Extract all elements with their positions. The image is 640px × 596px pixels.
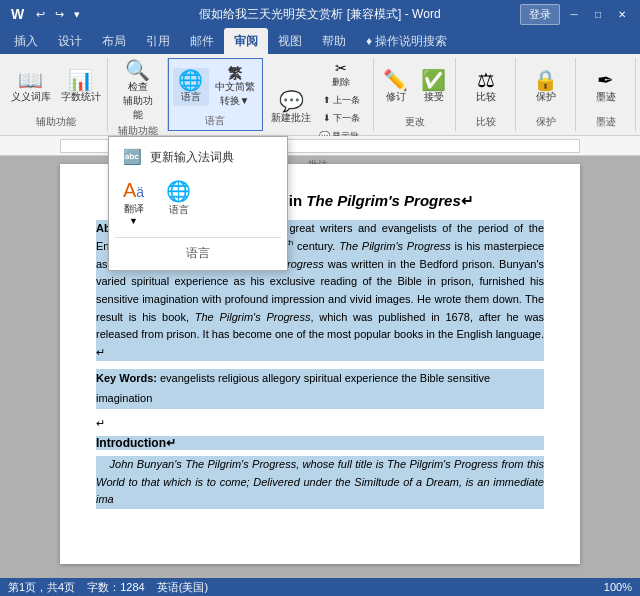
accept-button[interactable]: ✅ 接受 xyxy=(416,68,452,106)
protect-label: 保护 xyxy=(536,90,556,104)
thesaurus-label: 义义词库 xyxy=(11,90,51,104)
tab-search[interactable]: ♦ 操作说明搜索 xyxy=(356,28,457,54)
delete-comment-button[interactable]: ✂ 删除 xyxy=(316,58,367,91)
group-proofing-label: 辅助功能 xyxy=(36,115,76,131)
track-changes-label: 修订 xyxy=(386,90,406,104)
document-area[interactable]: Literary analysis in The Pilgrim's Progr… xyxy=(0,156,640,578)
introduction-heading: Introduction↵ xyxy=(96,436,544,450)
language-icon: 🌐 xyxy=(178,70,203,90)
group-compare: ⚖ 比较 比较 xyxy=(456,58,516,131)
keywords-end: ↵ xyxy=(96,417,544,430)
check-accessibility-button[interactable]: 🔍 检查辅助功能 xyxy=(114,58,161,124)
group-tracking-label: 更改 xyxy=(405,115,425,131)
protect-button[interactable]: 🔒 保护 xyxy=(528,68,564,106)
check-accessibility-icon: 🔍 xyxy=(125,60,150,80)
accept-label: 接受 xyxy=(424,90,444,104)
pilgrims-progress-3: The Pilgrim's Progress xyxy=(195,311,311,323)
group-compare-buttons: ⚖ 比较 xyxy=(468,58,504,115)
language-label: 语言 xyxy=(181,90,201,104)
protect-icon: 🔒 xyxy=(533,70,558,90)
login-button[interactable]: 登录 xyxy=(520,4,560,25)
ink-label: 墨迹 xyxy=(596,90,616,104)
tab-review[interactable]: 审阅 xyxy=(224,28,268,54)
translate-dropdown-arrow: ▼ xyxy=(129,216,138,226)
title-arrow: ↵ xyxy=(461,192,474,209)
status-right: 100% xyxy=(604,581,632,593)
title-bar-left: W ↩ ↪ ▾ xyxy=(8,5,83,23)
title-bar: W ↩ ↪ ▾ 假如给我三天光明英文赏析 [兼容模式] - Word 登录 ─ … xyxy=(0,0,640,28)
new-comment-label: 新建批注 xyxy=(271,111,311,125)
redo-button[interactable]: ↪ xyxy=(52,6,67,23)
tab-layout[interactable]: 布局 xyxy=(92,28,136,54)
group-ink: ✒ 墨迹 墨迹 xyxy=(576,58,636,131)
group-language-buttons: 🌐 语言 繁 中文简繁转换▼ xyxy=(173,59,259,114)
status-bar: 第1页，共4页 字数：1284 英语(美国) 100% xyxy=(0,578,640,596)
maximize-button[interactable]: □ xyxy=(588,6,608,22)
group-language: 🌐 语言 繁 中文简繁转换▼ 语言 xyxy=(168,58,262,131)
group-proofing: 📖 义义词库 📊 字数统计 辅助功能 xyxy=(4,58,108,131)
delete-comment-label: 删除 xyxy=(332,76,350,89)
group-accessibility-buttons: 🔍 检查辅助功能 xyxy=(114,58,161,124)
language-dropdown: 🔤 更新输入法词典 Aä 翻译 ▼ 🌐 语言 语言 xyxy=(108,136,288,271)
group-accessibility: 🔍 检查辅助功能 辅助功能 xyxy=(108,58,168,131)
language-menu-label: 语言 xyxy=(169,203,189,217)
check-accessibility-label: 检查辅助功能 xyxy=(118,80,157,122)
tab-references[interactable]: 引用 xyxy=(136,28,180,54)
translate-button[interactable]: Aä 翻译 ▼ xyxy=(115,175,152,230)
undo-button[interactable]: ↩ xyxy=(33,6,48,23)
ribbon-tabs: 插入 设计 布局 引用 邮件 审阅 视图 帮助 ♦ 操作说明搜索 xyxy=(0,28,640,54)
group-protect-buttons: 🔒 保护 xyxy=(528,58,564,115)
group-comments: 💬 新建批注 ✂ 删除 ⬆ 上一条 ⬇ 下一条 💬 显示批注 批注 xyxy=(263,58,374,131)
tab-design[interactable]: 设计 xyxy=(48,28,92,54)
group-tracking: ✏️ 修订 ✅ 接受 更改 xyxy=(374,58,456,131)
compare-button[interactable]: ⚖ 比较 xyxy=(468,68,504,106)
dropdown-section-language: 语言 xyxy=(115,241,281,264)
word-count-button[interactable]: 📊 字数统计 xyxy=(57,68,105,106)
ribbon: 📖 义义词库 📊 字数统计 辅助功能 🔍 检查辅助功能 辅助功能 🌐 语言 xyxy=(0,54,640,136)
title-text-italic: The Pilgrim's Progres xyxy=(306,192,460,209)
language-button[interactable]: 🌐 语言 xyxy=(173,68,209,106)
word-logo-icon: W xyxy=(8,5,27,23)
prev-comment-button[interactable]: ⬆ 上一条 xyxy=(316,92,367,109)
pilgrims-progress-1: The Pilgrim's Progress xyxy=(339,240,451,252)
update-ime-item[interactable]: 🔤 更新输入法词典 xyxy=(115,143,281,171)
intro-pilgrims-2: The Pilgrim's Progress from this World t… xyxy=(96,458,544,488)
translate-label: 翻译 xyxy=(124,202,144,216)
document-title: 假如给我三天光明英文赏析 [兼容模式] - Word xyxy=(199,6,440,23)
language-status: 英语(美国) xyxy=(157,580,208,595)
translate-language-row: Aä 翻译 ▼ 🌐 语言 xyxy=(115,171,281,234)
keywords-paragraph: Key Words: evangelists religious allegor… xyxy=(96,369,544,409)
quick-access-toolbar: ↩ ↪ ▾ xyxy=(33,6,83,23)
new-comment-icon: 💬 xyxy=(279,91,304,111)
thesaurus-button[interactable]: 📖 义义词库 xyxy=(7,68,55,106)
group-protect-label: 保护 xyxy=(536,115,556,131)
ink-button[interactable]: ✒ 墨迹 xyxy=(588,68,624,106)
page-status: 第1页，共4页 xyxy=(8,580,75,595)
introduction-paragraph: John Bunyan's The Pilgrim's Progress, wh… xyxy=(96,456,544,509)
title-bar-right: 登录 ─ □ ✕ xyxy=(520,4,632,25)
language-menu-icon: 🌐 xyxy=(166,179,191,203)
status-left: 第1页，共4页 字数：1284 英语(美国) xyxy=(8,580,208,595)
dropdown-divider xyxy=(115,237,281,238)
close-button[interactable]: ✕ xyxy=(612,6,632,22)
language-menu-button[interactable]: 🌐 语言 xyxy=(158,175,199,230)
next-comment-button[interactable]: ⬇ 下一条 xyxy=(316,110,367,127)
update-ime-label: 更新输入法词典 xyxy=(150,149,234,166)
compare-label: 比较 xyxy=(476,90,496,104)
tab-insert[interactable]: 插入 xyxy=(4,28,48,54)
update-ime-icon: 🔤 xyxy=(123,148,142,166)
tab-help[interactable]: 帮助 xyxy=(312,28,356,54)
tab-mailings[interactable]: 邮件 xyxy=(180,28,224,54)
chinese-convert-icon: 繁 xyxy=(228,66,242,80)
group-tracking-buttons: ✏️ 修订 ✅ 接受 xyxy=(378,58,452,115)
quick-access-dropdown[interactable]: ▾ xyxy=(71,6,83,23)
track-changes-button[interactable]: ✏️ 修订 xyxy=(378,68,414,106)
chinese-convert-button[interactable]: 繁 中文简繁转换▼ xyxy=(211,64,259,110)
new-comment-button[interactable]: 💬 新建批注 xyxy=(269,89,314,127)
tab-view[interactable]: 视图 xyxy=(268,28,312,54)
minimize-button[interactable]: ─ xyxy=(564,6,584,22)
intro-pilgrims-1: The Pilgrim's Progress xyxy=(185,458,296,470)
compare-icon: ⚖ xyxy=(477,70,495,90)
word-count-icon: 📊 xyxy=(68,70,93,90)
ink-icon: ✒ xyxy=(597,70,614,90)
